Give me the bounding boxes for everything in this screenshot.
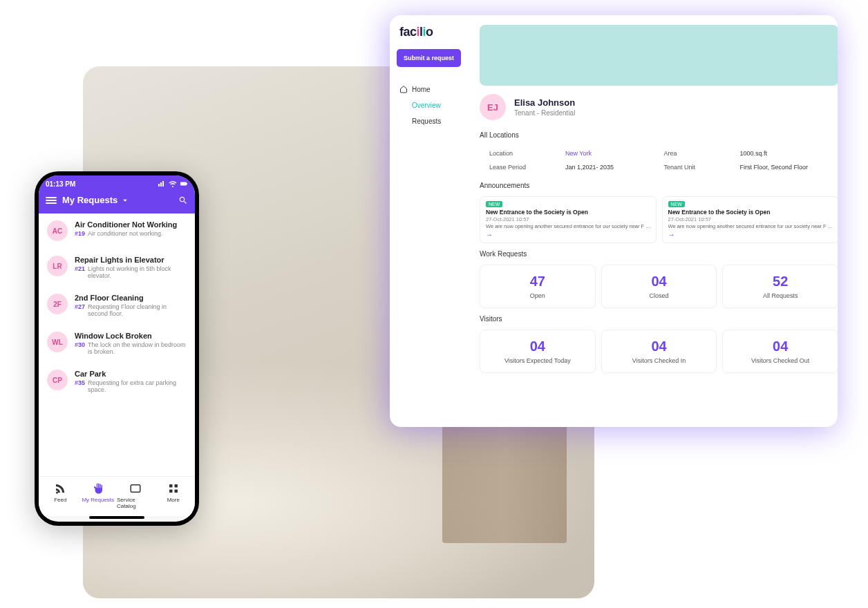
home-icon — [399, 85, 408, 93]
request-badge: 2F — [47, 294, 68, 314]
announcement-card[interactable]: NEW New Entrance to the Society is Open … — [480, 196, 657, 243]
desktop-panel: facilio Submit a request Home Overview R… — [390, 15, 838, 427]
list-item[interactable]: CP Car Park #35Requesting for extra car … — [39, 363, 195, 401]
stat-label: All Requests — [728, 292, 832, 299]
desktop-sidebar: facilio Submit a request Home Overview R… — [390, 15, 480, 427]
phone-statusbar: 01:13 PM — [39, 175, 195, 189]
sidebar-item-label: Requests — [399, 117, 441, 125]
arrow-right-icon: → — [486, 231, 650, 238]
sidebar-item-home[interactable]: Home — [397, 81, 473, 97]
home-indicator — [89, 516, 144, 519]
stat-value: 47 — [486, 274, 589, 289]
lease-label: Lease Period — [489, 164, 565, 171]
tab-label: Feed — [54, 497, 66, 503]
request-desc: The lock on the window in bedroom is bro… — [88, 341, 187, 355]
stat-value: 04 — [486, 339, 589, 354]
svg-rect-2 — [131, 485, 141, 493]
sidebar-item-overview[interactable]: Overview — [397, 97, 473, 113]
stat-value: 04 — [728, 339, 832, 354]
signal-icon — [158, 180, 166, 188]
request-title: Air Conditioner Not Working — [75, 220, 187, 229]
announcement-title: New Entrance to the Society is Open — [486, 209, 650, 216]
location-label: Location — [489, 150, 565, 157]
stat-label: Visitors Checked In — [607, 357, 711, 364]
wifi-icon — [169, 180, 177, 188]
phone-status-icons — [158, 180, 188, 188]
phone-request-list: AC Air Conditioner Not Working #19Air co… — [39, 213, 195, 476]
feed-icon — [54, 482, 66, 495]
visitors-title: Visitors — [480, 315, 838, 323]
request-badge: LR — [47, 256, 68, 276]
profile-name: Elisa Johnson — [514, 97, 575, 108]
catalog-icon — [129, 482, 142, 495]
announcement-body: We are now opening another secured entra… — [668, 223, 833, 229]
new-badge: NEW — [486, 201, 502, 207]
unit-value: First Floor, Second Floor — [740, 164, 838, 171]
desktop-main: EJ Elisa Johnson Tenant - Residential Al… — [480, 15, 838, 427]
stat-label: Visitors Expected Today — [486, 357, 589, 364]
announcement-date: 27-Oct-2021 10:57 — [668, 216, 833, 222]
phone-time: 01:13 PM — [46, 180, 75, 188]
new-badge: NEW — [668, 201, 685, 207]
profile-role: Tenant - Residential — [514, 109, 575, 117]
request-title: Window Lock Broken — [75, 332, 187, 340]
phone-screen: 01:13 PM My Requests AC Air Conditioner … — [39, 175, 195, 522]
arrow-right-icon: → — [668, 231, 833, 238]
search-icon[interactable] — [178, 196, 188, 205]
visitor-stats-row: 04 Visitors Expected Today 04 Visitors C… — [480, 330, 838, 373]
tab-my-requests[interactable]: My Requests — [79, 482, 117, 509]
request-number: #21 — [75, 265, 85, 279]
stat-label: Closed — [607, 292, 711, 299]
list-item[interactable]: WL Window Lock Broken #30The lock on the… — [39, 325, 195, 363]
svg-rect-5 — [169, 490, 173, 493]
stat-label: Visitors Checked Out — [728, 357, 832, 364]
menu-icon[interactable] — [46, 197, 57, 204]
request-title: Car Park — [75, 370, 187, 378]
stat-value: 04 — [607, 339, 711, 354]
stat-card-expected[interactable]: 04 Visitors Expected Today — [480, 330, 596, 373]
announcement-card[interactable]: NEW New Entrance to the Society is Open … — [662, 196, 838, 243]
work-requests-title: Work Requests — [480, 250, 838, 258]
sidebar-item-label: Home — [412, 86, 431, 93]
tab-more[interactable]: More — [155, 482, 193, 509]
phone-tabbar: Feed My Requests Service Catalog More — [39, 476, 195, 516]
request-title: Repair Lights in Elevator — [75, 256, 187, 264]
stat-card-open[interactable]: 47 Open — [480, 265, 596, 308]
phone-mockup: 01:13 PM My Requests AC Air Conditioner … — [35, 171, 199, 526]
battery-icon — [180, 180, 188, 188]
unit-label: Tenant Unit — [664, 164, 740, 171]
svg-rect-6 — [174, 490, 178, 493]
request-desc: Requesting for extra car parking space. — [88, 379, 187, 393]
tab-service-catalog[interactable]: Service Catalog — [117, 482, 155, 509]
announcement-body: We are now opening another secured entra… — [486, 223, 650, 229]
stat-value: 52 — [728, 274, 832, 289]
all-locations-title: All Locations — [480, 131, 838, 139]
sidebar-item-label: Overview — [399, 102, 441, 109]
tab-feed[interactable]: Feed — [41, 482, 79, 509]
stat-card-closed[interactable]: 04 Closed — [601, 265, 717, 308]
list-item[interactable]: AC Air Conditioner Not Working #19Air co… — [39, 213, 195, 249]
stat-card-checked-out[interactable]: 04 Visitors Checked Out — [722, 330, 838, 373]
profile-header: EJ Elisa Johnson Tenant - Residential — [480, 93, 838, 124]
list-item[interactable]: 2F 2nd Floor Cleaning #27Requesting Floo… — [39, 287, 195, 325]
svg-rect-1 — [187, 183, 187, 184]
location-info-grid: Location New York Area 1000.sq.ft Lease … — [480, 146, 838, 175]
sidebar-item-requests[interactable]: Requests — [397, 113, 473, 129]
list-item[interactable]: LR Repair Lights in Elevator #21Lights n… — [39, 249, 195, 287]
request-badge: CP — [47, 370, 68, 390]
stat-value: 04 — [607, 274, 711, 289]
request-number: #19 — [75, 230, 85, 237]
request-number: #35 — [75, 379, 85, 393]
more-icon — [167, 482, 180, 495]
logo: facilio — [397, 25, 473, 39]
stat-card-all[interactable]: 52 All Requests — [722, 265, 838, 308]
area-label: Area — [664, 150, 740, 157]
submit-request-button[interactable]: Submit a request — [397, 49, 461, 67]
chevron-down-icon[interactable] — [120, 196, 130, 205]
request-number: #30 — [75, 341, 85, 355]
banner — [480, 25, 838, 86]
announcements-title: Announcements — [480, 182, 838, 189]
stat-card-checked-in[interactable]: 04 Visitors Checked In — [601, 330, 717, 373]
location-value[interactable]: New York — [565, 150, 664, 157]
lease-value: Jan 1,2021- 2035 — [565, 164, 664, 171]
